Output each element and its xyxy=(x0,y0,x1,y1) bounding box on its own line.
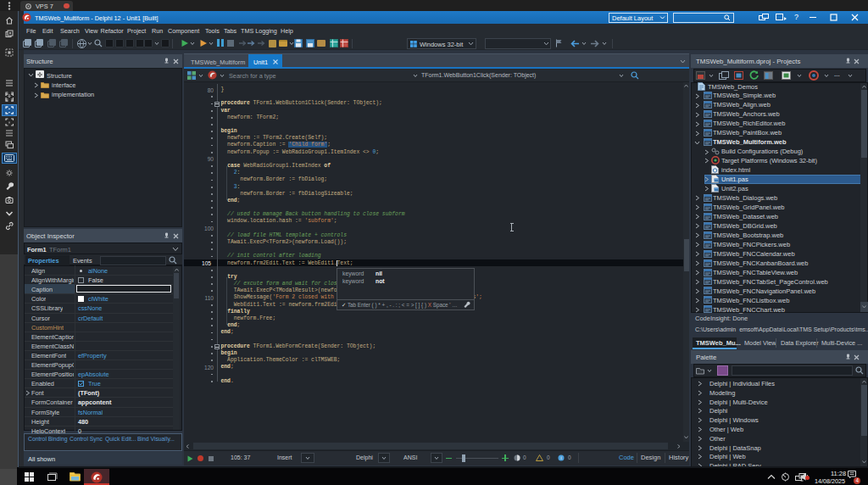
svg-text:i: i xyxy=(560,455,561,460)
